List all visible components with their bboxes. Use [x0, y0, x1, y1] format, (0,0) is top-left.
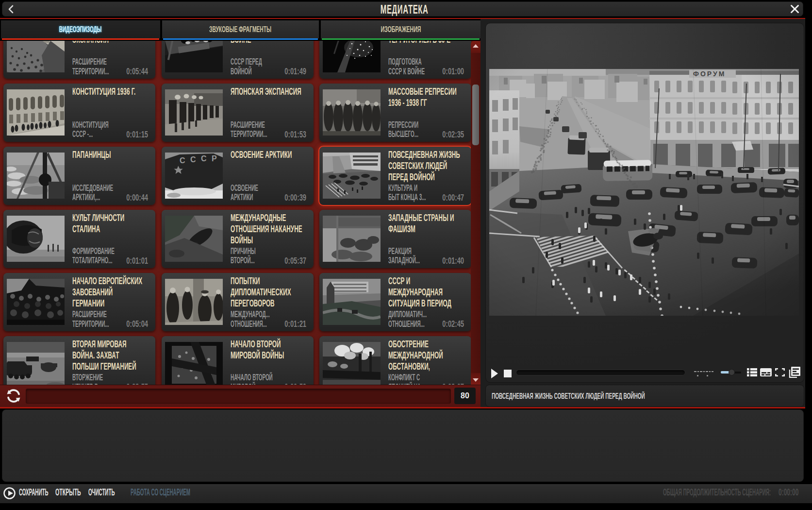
svg-text:C: C [190, 155, 196, 164]
svg-text:C: C [201, 154, 207, 163]
svg-text:P: P [212, 154, 217, 163]
svg-text:C: C [180, 156, 185, 165]
